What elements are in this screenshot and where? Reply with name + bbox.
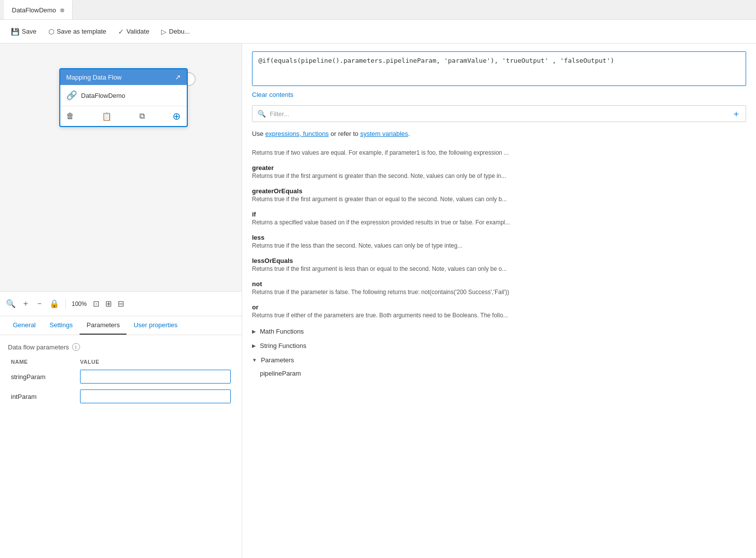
- parameters-section-label: Parameters: [261, 356, 294, 364]
- tab-dataflowdemo[interactable]: DataFlowDemo: [4, 0, 73, 19]
- table-row: intParam: [8, 386, 234, 406]
- math-functions-section[interactable]: ▶ Math Functions: [252, 323, 746, 337]
- filter-input[interactable]: [270, 110, 728, 118]
- delete-icon[interactable]: 🗑: [66, 112, 74, 121]
- params-title: Data flow parameters i: [8, 343, 234, 351]
- tab-dot: [60, 8, 64, 12]
- template-icon: ⬡: [48, 28, 54, 36]
- validate-button[interactable]: ✓ Validate: [113, 25, 154, 38]
- func-name: if: [252, 211, 746, 218]
- math-chevron-right-icon: ▶: [252, 329, 256, 334]
- external-link-icon[interactable]: ↗: [175, 73, 181, 81]
- params-content: Data flow parameters i NAME VALUE string…: [0, 335, 242, 414]
- grid-icon[interactable]: ⊟: [118, 299, 124, 308]
- func-desc: Returns true if either of the parameters…: [252, 312, 746, 319]
- node-icon: 🔗: [66, 90, 77, 101]
- left-panel: Mapping Data Flow ↗ 🔗 DataFlowDemo 🗑 📋 ⧉…: [0, 43, 242, 558]
- params-table: NAME VALUE stringParam intParam: [8, 357, 234, 406]
- func-name: not: [252, 280, 746, 288]
- func-name: less: [252, 234, 746, 241]
- math-functions-label: Math Functions: [260, 328, 304, 335]
- info-icon: i: [72, 343, 80, 351]
- fit-screen-icon[interactable]: ⊡: [93, 299, 99, 308]
- system-variables-link[interactable]: system variables: [360, 130, 408, 137]
- add-canvas-icon[interactable]: ＋: [22, 299, 30, 309]
- tab-settings[interactable]: Settings: [42, 316, 80, 335]
- filter-icon: 🔍: [257, 110, 266, 118]
- canvas-toolbar-sep: [65, 299, 66, 309]
- func-item: Returns true if two values are equal. Fo…: [252, 145, 746, 160]
- func-desc: Returns true if the parameter is false. …: [252, 289, 746, 296]
- mdf-node: Mapping Data Flow ↗ 🔗 DataFlowDemo 🗑 📋 ⧉…: [59, 68, 188, 127]
- func-desc: Returns true if two values are equal. Fo…: [252, 149, 746, 156]
- validate-icon: ✓: [118, 28, 124, 36]
- mdf-node-actions: 🗑 📋 ⧉ ⊕: [60, 106, 187, 126]
- tab-label: DataFlowDemo: [12, 6, 56, 14]
- mdf-node-title: Mapping Data Flow: [66, 74, 122, 81]
- params-chevron-down-icon: ▼: [252, 357, 257, 363]
- string-functions-section[interactable]: ▶ String Functions: [252, 337, 746, 351]
- col-name-header: NAME: [8, 357, 77, 367]
- save-as-template-button[interactable]: ⬡ Save as template: [43, 25, 111, 38]
- param-name: intParam: [8, 386, 77, 406]
- tab-user-properties[interactable]: User properties: [126, 316, 184, 335]
- fit-selection-icon[interactable]: ⊞: [105, 299, 112, 308]
- expression-text: @if(equals(pipeline().parameters.pipelin…: [258, 57, 614, 64]
- func-desc: Returns true if the first argument is gr…: [252, 196, 746, 203]
- minus-canvas-icon[interactable]: －: [36, 299, 43, 309]
- func-desc: Returns true if the first argument is le…: [252, 265, 746, 272]
- copy-icon[interactable]: 📋: [102, 112, 112, 121]
- expression-box[interactable]: @if(equals(pipeline().parameters.pipelin…: [252, 51, 746, 86]
- func-name: greaterOrEquals: [252, 187, 746, 195]
- props-panel: General Settings Parameters User propert…: [0, 316, 242, 558]
- save-icon: 💾: [11, 28, 19, 36]
- func-item: greaterOrEquals Returns true if the firs…: [252, 183, 746, 207]
- functions-list: Returns true if two values are equal. Fo…: [252, 145, 746, 323]
- add-output-icon[interactable]: ⊕: [172, 110, 181, 122]
- func-desc: Returns a specified value based on if th…: [252, 219, 746, 226]
- func-item: lessOrEquals Returns true if the first a…: [252, 253, 746, 276]
- mdf-node-body: 🔗 DataFlowDemo: [60, 85, 187, 106]
- toolbar: 💾 Save ⬡ Save as template ✓ Validate ▷ D…: [0, 20, 756, 43]
- func-name: greater: [252, 164, 746, 172]
- mdf-node-header: Mapping Data Flow ↗: [60, 69, 187, 85]
- clear-contents-link[interactable]: Clear contents: [252, 91, 746, 98]
- duplicate-icon[interactable]: ⧉: [139, 112, 145, 121]
- tab-general[interactable]: General: [6, 316, 42, 335]
- func-name: or: [252, 303, 746, 311]
- tab-parameters[interactable]: Parameters: [80, 316, 126, 335]
- param-name: stringParam: [8, 367, 77, 386]
- lock-icon[interactable]: 🔒: [49, 299, 59, 308]
- param-value-input[interactable]: [80, 370, 231, 384]
- table-row: stringParam: [8, 367, 234, 386]
- param-value-cell: [77, 367, 234, 386]
- func-desc: Returns true if the first argument is gr…: [252, 172, 746, 179]
- parameters-section[interactable]: ▼ Parameters: [252, 351, 746, 366]
- expressions-functions-link[interactable]: expressions, functions: [265, 130, 329, 137]
- search-canvas-icon[interactable]: 🔍: [6, 299, 16, 308]
- param-value-input[interactable]: [80, 389, 231, 403]
- func-item: or Returns true if either of the paramet…: [252, 300, 746, 323]
- func-item: greater Returns true if the first argume…: [252, 160, 746, 183]
- zoom-label: 100%: [72, 300, 87, 307]
- main-container: Mapping Data Flow ↗ 🔗 DataFlowDemo 🗑 📋 ⧉…: [0, 43, 756, 558]
- col-value-header: VALUE: [77, 357, 234, 367]
- func-item: if Returns a specified value based on if…: [252, 207, 746, 230]
- debug-icon: ▷: [161, 28, 167, 36]
- func-item: less Returns true if the less than the s…: [252, 230, 746, 253]
- right-panel: @if(equals(pipeline().parameters.pipelin…: [242, 43, 756, 558]
- string-chevron-right-icon: ▶: [252, 343, 256, 348]
- func-name: lessOrEquals: [252, 257, 746, 264]
- save-button[interactable]: 💾 Save: [6, 25, 42, 38]
- string-functions-label: String Functions: [260, 342, 306, 349]
- canvas-toolbar: 🔍 ＋ － 🔒 100% ⊡ ⊞ ⊟: [0, 291, 242, 316]
- param-value-cell: [77, 386, 234, 406]
- func-item: not Returns true if the parameter is fal…: [252, 276, 746, 300]
- tab-bar: DataFlowDemo: [0, 0, 756, 20]
- canvas-area: Mapping Data Flow ↗ 🔗 DataFlowDemo 🗑 📋 ⧉…: [0, 43, 242, 316]
- use-expr-text: Use expressions, functions or refer to s…: [252, 130, 746, 137]
- pipeline-param-item[interactable]: pipelineParam: [252, 366, 746, 381]
- add-filter-icon[interactable]: ＋: [732, 108, 741, 120]
- debug-button[interactable]: ▷ Debu...: [156, 25, 195, 38]
- mdf-node-name: DataFlowDemo: [81, 92, 126, 99]
